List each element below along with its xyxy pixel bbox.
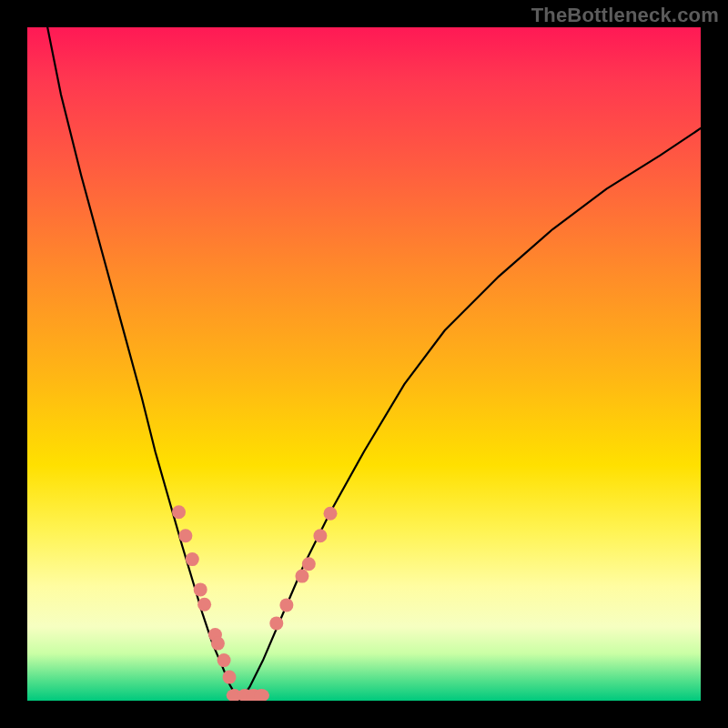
watermark-text: TheBottleneck.com	[531, 4, 719, 27]
marker-dot	[279, 598, 293, 612]
marker-dot	[302, 557, 316, 571]
marker-dot	[194, 582, 207, 596]
marker-dot	[197, 598, 211, 612]
plot-area	[27, 27, 701, 701]
marker-dot	[172, 505, 186, 519]
marker-dot	[217, 653, 231, 667]
marker-dot	[186, 552, 199, 566]
bottom-lozenges-group	[227, 689, 269, 701]
marker-dot	[324, 507, 338, 521]
markers-left-group	[172, 505, 237, 683]
marker-dot	[269, 616, 283, 630]
curves-svg	[27, 27, 701, 701]
marker-dot	[178, 529, 192, 542]
left-curve	[47, 27, 239, 701]
right-curve	[239, 128, 701, 701]
marker-dot	[313, 529, 327, 542]
marker-dot	[211, 637, 225, 651]
marker-dot	[223, 671, 237, 684]
chart-frame: TheBottleneck.com	[0, 0, 728, 728]
marker-dot	[295, 570, 308, 583]
